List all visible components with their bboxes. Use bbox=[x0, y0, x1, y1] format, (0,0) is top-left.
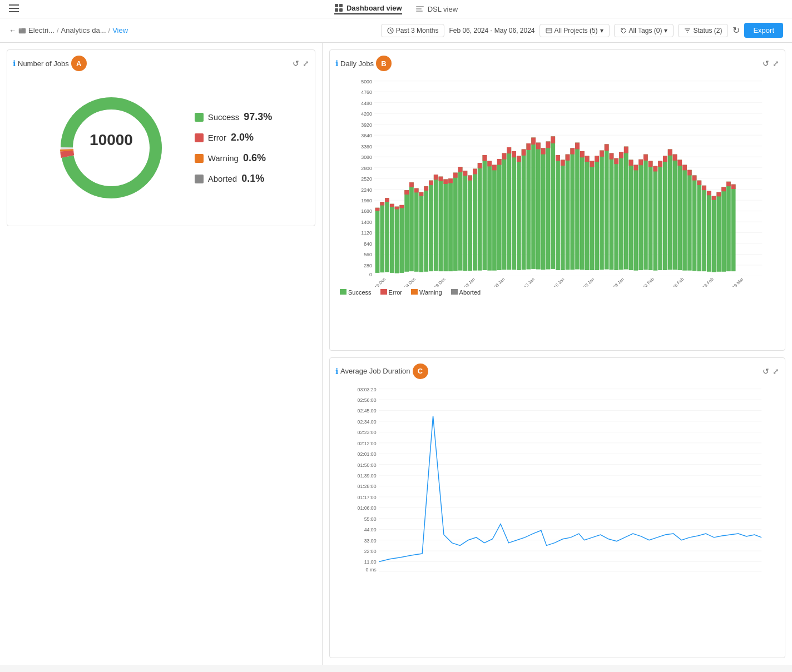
svg-rect-184 bbox=[668, 150, 672, 270]
main-content: ℹ Number of Jobs A ↺ ⤢ bbox=[0, 43, 792, 665]
svg-rect-127 bbox=[526, 143, 531, 150]
svg-rect-2 bbox=[9, 11, 19, 12]
svg-rect-203 bbox=[712, 196, 716, 200]
svg-rect-201 bbox=[707, 191, 711, 196]
info-icon[interactable]: ℹ bbox=[13, 59, 16, 68]
daily-jobs-expand-btn[interactable]: ⤢ bbox=[773, 59, 779, 68]
export-button[interactable]: Export bbox=[744, 23, 783, 38]
dashboard-view-tab[interactable]: Dashboard view bbox=[334, 3, 402, 14]
svg-rect-74 bbox=[399, 205, 404, 273]
avg-duration-info-icon[interactable]: ℹ bbox=[335, 367, 338, 376]
svg-rect-126 bbox=[526, 143, 531, 270]
svg-text:23 Jan: 23 Jan bbox=[582, 277, 595, 287]
dsl-view-label: DSL view bbox=[428, 5, 458, 13]
breadcrumb-part1[interactable]: Electri... bbox=[28, 26, 55, 34]
breadcrumb-bar: ← Electri... / Analytics da... / View Pa… bbox=[0, 18, 792, 43]
legend-aborted-bar: Aborted bbox=[451, 289, 481, 296]
avg-duration-expand-btn[interactable]: ⤢ bbox=[773, 367, 779, 376]
svg-text:840: 840 bbox=[364, 241, 372, 247]
projects-label: All Projects (5) bbox=[555, 27, 598, 34]
svg-rect-142 bbox=[566, 155, 570, 270]
svg-rect-182 bbox=[663, 156, 667, 270]
svg-text:0: 0 bbox=[369, 272, 372, 277]
warning-color-swatch bbox=[195, 154, 204, 163]
svg-rect-139 bbox=[556, 155, 560, 161]
svg-text:560: 560 bbox=[364, 252, 372, 257]
svg-rect-194 bbox=[692, 176, 697, 271]
breadcrumb-sep2: / bbox=[108, 26, 111, 34]
svg-rect-82 bbox=[419, 192, 424, 272]
time-range-label: Past 3 Months bbox=[396, 27, 439, 34]
svg-text:24 Dec: 24 Dec bbox=[403, 276, 417, 287]
svg-rect-110 bbox=[487, 161, 492, 271]
daily-jobs-refresh-btn[interactable]: ↺ bbox=[763, 59, 769, 68]
svg-rect-178 bbox=[653, 166, 657, 271]
svg-text:3920: 3920 bbox=[361, 122, 372, 128]
expand-widget-btn[interactable]: ⤢ bbox=[303, 59, 309, 68]
svg-rect-89 bbox=[434, 175, 438, 180]
svg-rect-119 bbox=[507, 147, 511, 153]
avg-duration-chart: 03:03:20 02:56:00 02:45:00 02:34:00 02:2… bbox=[335, 384, 779, 573]
svg-text:02 Feb: 02 Feb bbox=[642, 277, 655, 287]
svg-rect-154 bbox=[595, 156, 599, 270]
svg-rect-96 bbox=[453, 173, 458, 271]
svg-rect-4 bbox=[339, 4, 343, 7]
svg-line-14 bbox=[390, 31, 392, 32]
svg-rect-173 bbox=[638, 160, 643, 166]
svg-rect-90 bbox=[439, 177, 443, 271]
svg-rect-180 bbox=[658, 161, 662, 270]
hamburger-icon[interactable] bbox=[9, 4, 19, 14]
svg-rect-98 bbox=[458, 167, 463, 271]
success-color-swatch bbox=[195, 113, 204, 122]
back-arrow[interactable]: ← bbox=[9, 26, 16, 34]
legend-error-bar: Error bbox=[380, 289, 402, 296]
svg-rect-77 bbox=[404, 190, 409, 195]
avg-duration-refresh-btn[interactable]: ↺ bbox=[763, 367, 769, 376]
daily-jobs-info-icon[interactable]: ℹ bbox=[335, 59, 338, 68]
dsl-view-tab[interactable]: DSL view bbox=[415, 4, 458, 13]
svg-rect-163 bbox=[614, 158, 618, 165]
svg-rect-67 bbox=[380, 202, 384, 205]
svg-text:02:56:00: 02:56:00 bbox=[358, 397, 377, 403]
svg-rect-166 bbox=[624, 147, 628, 270]
svg-rect-159 bbox=[605, 144, 609, 151]
svg-rect-115 bbox=[497, 159, 502, 165]
avg-duration-title-group: ℹ Average Job Duration C bbox=[335, 364, 428, 379]
status-filter[interactable]: Status (2) bbox=[678, 24, 728, 37]
filter-icon bbox=[684, 27, 691, 34]
svg-rect-88 bbox=[434, 175, 438, 271]
daily-jobs-header: ℹ Daily Jobs B ↺ ⤢ bbox=[335, 56, 779, 71]
svg-rect-128 bbox=[531, 137, 536, 268]
svg-rect-133 bbox=[541, 148, 546, 154]
svg-rect-189 bbox=[677, 160, 682, 166]
svg-text:02:34:00: 02:34:00 bbox=[358, 419, 377, 424]
svg-rect-179 bbox=[653, 166, 657, 172]
refresh-button[interactable]: ↻ bbox=[732, 25, 740, 36]
svg-rect-197 bbox=[697, 181, 701, 185]
svg-rect-75 bbox=[399, 205, 404, 208]
svg-rect-156 bbox=[600, 151, 604, 270]
breadcrumb-part2[interactable]: Analytics da... bbox=[61, 26, 106, 34]
tags-filter[interactable]: All Tags (0) ▾ bbox=[614, 24, 674, 37]
time-range-filter[interactable]: Past 3 Months bbox=[381, 24, 445, 37]
projects-filter[interactable]: All Projects (5) ▾ bbox=[539, 24, 610, 37]
svg-text:55:00: 55:00 bbox=[364, 516, 377, 521]
svg-point-17 bbox=[622, 29, 623, 30]
svg-rect-65 bbox=[375, 208, 380, 211]
svg-rect-125 bbox=[522, 150, 526, 156]
svg-rect-170 bbox=[633, 165, 638, 271]
svg-text:10000: 10000 bbox=[90, 131, 133, 148]
svg-rect-6 bbox=[339, 8, 343, 12]
svg-rect-69 bbox=[385, 198, 389, 202]
date-range-display: Feb 06, 2024 - May 06, 2024 bbox=[449, 27, 534, 34]
svg-text:0 ms: 0 ms bbox=[366, 567, 377, 573]
avg-duration-chart-area: 03:03:20 02:56:00 02:45:00 02:34:00 02:2… bbox=[335, 384, 779, 573]
svg-rect-195 bbox=[692, 176, 697, 181]
refresh-widget-btn[interactable]: ↺ bbox=[293, 59, 299, 68]
svg-rect-70 bbox=[390, 204, 394, 273]
svg-rect-171 bbox=[633, 165, 638, 171]
projects-icon bbox=[546, 27, 552, 34]
svg-rect-64 bbox=[375, 208, 380, 273]
svg-rect-149 bbox=[580, 151, 585, 157]
svg-rect-145 bbox=[570, 148, 575, 154]
